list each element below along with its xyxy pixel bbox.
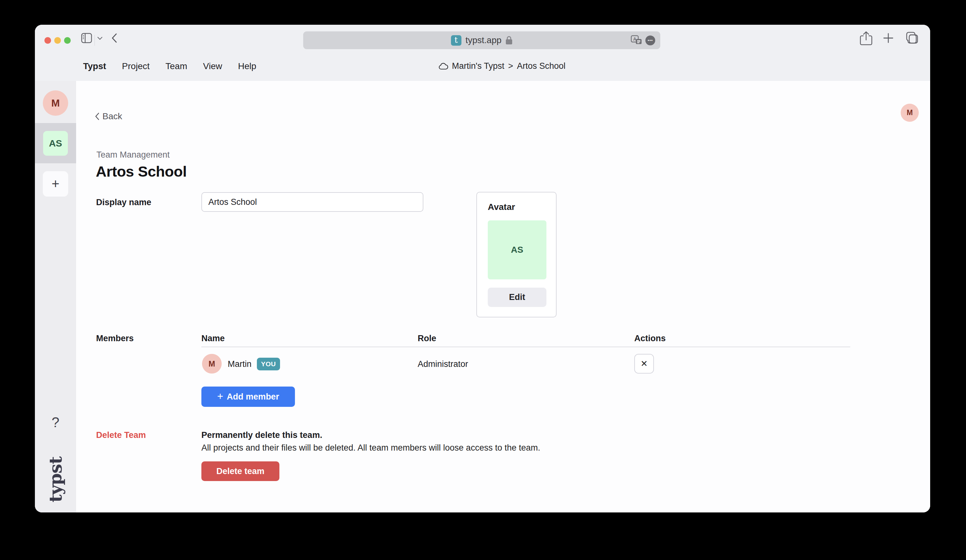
delete-team-label: Delete Team	[96, 430, 146, 440]
cloud-icon	[439, 62, 448, 70]
share-icon[interactable]	[860, 31, 872, 46]
delete-warning-body: All projects and their files will be del…	[201, 443, 540, 453]
new-tab-icon[interactable]	[883, 33, 894, 43]
avatar-card-title: Avatar	[488, 202, 515, 212]
breadcrumb-page[interactable]: Artos School	[517, 61, 565, 71]
browser-toolbar: t typst.app A	[35, 25, 930, 51]
desktop-background: t typst.app A	[0, 0, 966, 560]
add-member-button[interactable]: + Add member	[201, 386, 295, 407]
app-header: Typst Project Team View Help Martin's Ty…	[35, 51, 930, 81]
add-member-label: Add member	[227, 392, 279, 402]
traffic-lights	[44, 37, 71, 44]
window-close-button[interactable]	[44, 37, 51, 44]
column-header-role: Role	[418, 333, 436, 343]
chevron-down-icon[interactable]	[97, 37, 102, 40]
sidebar-user-avatar[interactable]: M	[43, 90, 68, 116]
menu-item-view[interactable]: View	[203, 61, 222, 71]
you-badge: YOU	[257, 358, 280, 370]
close-icon: ✕	[641, 359, 648, 369]
member-name: Martin	[228, 359, 251, 369]
avatar-card: Avatar AS Edit	[476, 192, 557, 317]
back-label: Back	[102, 111, 122, 122]
menu-item-project[interactable]: Project	[122, 61, 150, 71]
plus-icon: +	[217, 390, 223, 402]
browser-window: t typst.app A	[35, 25, 930, 512]
window-minimize-button[interactable]	[54, 37, 61, 44]
menu-item-help[interactable]: Help	[238, 61, 256, 71]
edit-avatar-button[interactable]: Edit	[488, 287, 546, 307]
column-header-actions: Actions	[634, 333, 666, 343]
menu-item-typst[interactable]: Typst	[83, 61, 106, 71]
team-management-page: Back M Team Management Artos School Disp…	[76, 81, 930, 512]
column-header-name: Name	[201, 333, 225, 343]
display-name-input[interactable]	[201, 192, 423, 212]
app-menu-bar: Typst Project Team View Help	[83, 51, 256, 81]
add-team-button[interactable]: +	[43, 171, 68, 197]
breadcrumb-separator: >	[508, 61, 513, 71]
sidebar-item-selected-team[interactable]: AS	[35, 123, 76, 163]
typst-logo: typst	[35, 456, 76, 503]
site-favicon: t	[451, 35, 462, 46]
team-sidebar: M AS + ? typst	[35, 81, 76, 512]
display-name-label: Display name	[96, 197, 151, 207]
delete-team-button[interactable]: Delete team	[201, 461, 279, 481]
delete-warning-title: Permanently delete this team.	[201, 430, 322, 440]
sidebar-toggle-icon[interactable]	[81, 33, 92, 43]
members-label: Members	[96, 333, 134, 343]
url-text[interactable]: typst.app	[465, 35, 502, 45]
back-icon[interactable]	[112, 33, 117, 43]
translate-icon[interactable]: A	[631, 35, 642, 45]
address-bar-actions: A •••	[631, 31, 655, 49]
member-avatar: M	[202, 354, 222, 374]
breadcrumb: Martin's Typst > Artos School	[439, 51, 565, 81]
team-avatar-preview: AS	[488, 220, 546, 279]
more-options-icon[interactable]: •••	[646, 36, 655, 45]
breadcrumb-team[interactable]: Martin's Typst	[452, 61, 504, 71]
menu-item-team[interactable]: Team	[166, 61, 187, 71]
window-zoom-button[interactable]	[64, 37, 71, 44]
address-bar-content: t typst.app	[451, 35, 513, 46]
table-header-divider	[201, 347, 850, 347]
member-role: Administrator	[418, 359, 468, 369]
section-eyebrow: Team Management	[97, 150, 170, 160]
help-icon[interactable]: ?	[35, 414, 76, 430]
account-avatar[interactable]: M	[901, 104, 919, 122]
tab-overview-icon[interactable]	[906, 31, 918, 44]
address-bar[interactable]: t typst.app A	[303, 31, 660, 49]
page-title: Artos School	[96, 163, 186, 180]
team-avatar: AS	[43, 131, 68, 156]
remove-member-button[interactable]: ✕	[634, 354, 654, 374]
lock-icon	[506, 36, 513, 45]
back-button[interactable]: Back	[95, 111, 122, 122]
